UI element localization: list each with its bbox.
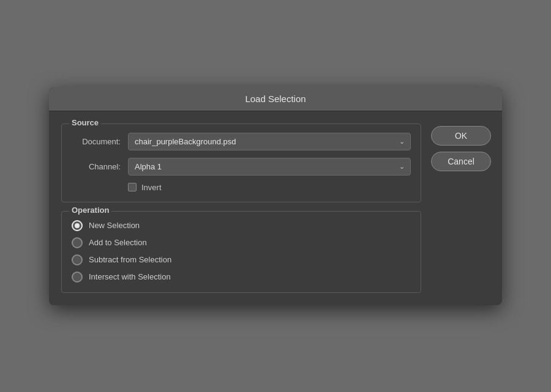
channel-select[interactable]: Alpha 1 xyxy=(128,158,411,176)
radio-intersect-selection-label: Intersect with Selection xyxy=(89,272,171,281)
dialog-buttons: OK Cancel xyxy=(431,124,492,293)
operation-section: Operation New Selection Add to Selection… xyxy=(61,211,421,293)
radio-subtract-selection[interactable] xyxy=(72,254,83,265)
radio-intersect-selection[interactable] xyxy=(72,272,83,283)
radio-subtract-selection-label: Subtract from Selection xyxy=(89,255,171,264)
ok-button[interactable]: OK xyxy=(431,126,491,146)
radio-new-selection[interactable] xyxy=(72,220,83,231)
operation-section-label: Operation xyxy=(69,205,111,215)
document-select[interactable]: chair_purpleBackground.psd xyxy=(128,133,411,150)
radio-add-selection[interactable] xyxy=(72,237,83,248)
channel-select-wrapper: Alpha 1 ⌄ xyxy=(128,158,411,176)
channel-label: Channel: xyxy=(72,162,121,171)
load-selection-dialog: Load Selection Source Document: chair_pu… xyxy=(49,87,502,305)
radio-subtract-selection-row: Subtract from Selection xyxy=(72,254,411,265)
radio-intersect-selection-row: Intersect with Selection xyxy=(72,272,411,283)
cancel-button[interactable]: Cancel xyxy=(431,152,491,171)
source-section: Source Document: chair_purpleBackground.… xyxy=(61,124,421,202)
dialog-titlebar: Load Selection xyxy=(49,87,502,111)
dialog-left: Source Document: chair_purpleBackground.… xyxy=(61,124,421,293)
invert-row: Invert xyxy=(128,183,411,192)
invert-checkbox[interactable] xyxy=(128,183,137,191)
document-select-wrapper: chair_purpleBackground.psd ⌄ xyxy=(128,133,411,150)
dialog-body: Source Document: chair_purpleBackground.… xyxy=(49,111,502,305)
radio-new-selection-label: New Selection xyxy=(89,221,140,230)
dialog-title: Load Selection xyxy=(245,94,305,104)
source-section-label: Source xyxy=(69,118,101,127)
radio-add-selection-row: Add to Selection xyxy=(72,237,411,248)
radio-new-selection-row: New Selection xyxy=(72,220,411,231)
radio-add-selection-label: Add to Selection xyxy=(89,238,147,247)
invert-label: Invert xyxy=(141,183,162,192)
channel-row: Channel: Alpha 1 ⌄ xyxy=(72,158,411,176)
document-row: Document: chair_purpleBackground.psd ⌄ xyxy=(72,133,411,150)
document-label: Document: xyxy=(72,137,121,146)
